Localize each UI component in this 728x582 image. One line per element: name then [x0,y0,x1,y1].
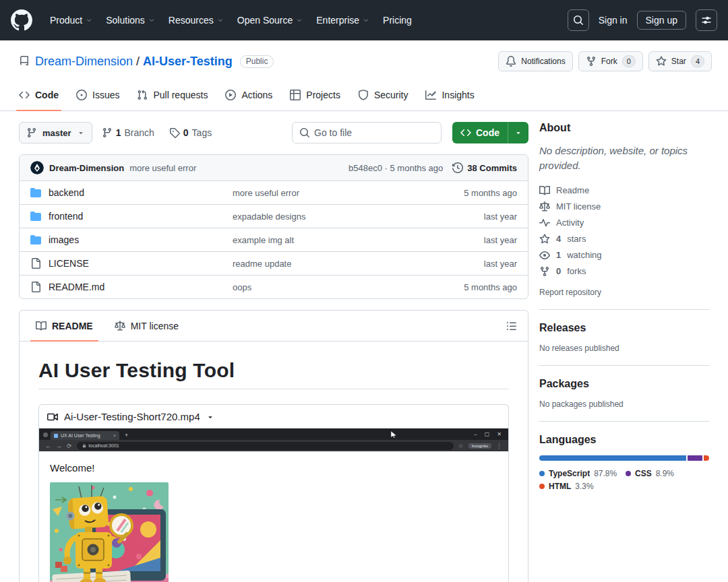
language-segment-typescript[interactable] [539,455,686,461]
search-icon[interactable] [568,9,589,31]
branch-word: Branch [124,127,154,138]
file-name[interactable]: LICENSE [49,258,89,269]
nav-label: Product [50,15,82,26]
video-attachment-header[interactable]: Ai-User-Testing-Short720.mp4 [39,405,508,428]
sign-in-link[interactable]: Sign in [599,15,628,26]
tab-actions[interactable]: Actions [218,79,279,110]
folder-icon [30,211,41,222]
file-name[interactable]: README.md [49,282,104,292]
fork-icon [586,56,597,67]
activity-link[interactable]: Activity [539,215,709,231]
report-repository-link[interactable]: Report repository [539,288,709,297]
code-dropdown-button[interactable]: Code [452,122,528,143]
sign-up-button[interactable]: Sign up [637,11,686,30]
branches-link[interactable]: 1 Branch [96,127,160,138]
languages-title: Languages [539,434,709,446]
commit-author[interactable]: Dream-Dimension [49,163,124,173]
readme-link[interactable]: Readme [539,183,709,199]
forks-link[interactable]: 0 forks [539,263,709,280]
commit-message[interactable]: more useful error [129,163,196,173]
file-commit-message[interactable]: more useful error [233,188,416,198]
license-link[interactable]: MIT license [539,199,709,215]
file-icon [30,282,41,292]
tag-icon [169,127,180,138]
stars-link[interactable]: 4 stars [539,231,709,247]
folder-icon [30,234,41,245]
language-item-typescript[interactable]: TypeScript 87.8% [539,469,626,478]
tab-insights[interactable]: Insights [419,79,481,110]
notifications-button[interactable]: Notifications [498,51,572,71]
file-commit-time: 5 months ago [416,188,517,198]
about-link-label: MIT license [556,201,601,212]
chevron-down-icon[interactable] [508,122,528,143]
tab-pull-requests[interactable]: Pull requests [130,79,214,110]
star-icon [539,234,550,245]
video-poster[interactable]: UX AI User Testing × + – ▢ ✕ [39,428,508,582]
fork-button[interactable]: Fork 0 [578,51,643,71]
language-name: TypeScript [549,469,590,478]
commit-hash-time[interactable]: b548ec0 · 5 months ago [348,163,443,173]
nav-open-source[interactable]: Open Source [231,9,310,31]
file-name[interactable]: images [49,234,79,245]
star-label: Star [671,57,686,66]
releases-title[interactable]: Releases [539,322,709,334]
releases-empty-text: No releases published [539,344,709,353]
video-attachment: Ai-User-Testing-Short720.mp4 UX AI User … [38,404,509,582]
file-commit-time: last year [416,259,517,269]
tag-count: 0 [183,127,189,138]
about-link-label: Readme [556,185,589,195]
play-icon [225,90,236,100]
close-icon: ✕ [497,431,502,437]
tab-mit-license[interactable]: MIT license [104,311,189,341]
about-link-label: forks [567,266,586,276]
file-name[interactable]: frontend [49,211,83,222]
star-button[interactable]: Star 4 [648,51,712,71]
languages-section: Languages TypeScript 87.8% CSS 8.9% [539,434,709,503]
tab-label: Projects [306,90,340,100]
tab-code[interactable]: Code [12,79,65,110]
repo-name-link[interactable]: AI-User-Testing [143,55,233,69]
tab-projects[interactable]: Projects [283,79,347,110]
branch-selector[interactable]: master [19,122,92,143]
language-item-html[interactable]: HTML 3.3% [539,482,626,491]
issue-icon [76,90,87,100]
tags-link[interactable]: 0 Tags [164,127,217,138]
tab-readme[interactable]: README [25,311,104,341]
packages-title[interactable]: Packages [539,378,709,390]
file-commit-message[interactable]: oops [233,282,416,292]
nav-product[interactable]: Product [43,9,99,31]
nav-pricing[interactable]: Pricing [376,9,419,31]
url-bar: localhost:3001 [77,442,454,450]
file-commit-message[interactable]: readme update [233,259,416,269]
file-commit-time: last year [416,235,517,245]
tab-issues[interactable]: Issues [69,79,126,110]
about-title: About [539,122,709,134]
file-name[interactable]: backend [49,187,84,198]
nav-enterprise[interactable]: Enterprise [309,9,376,31]
table-row[interactable]: images example img alt last year [20,228,528,251]
chevron-down-icon [206,413,214,421]
table-row[interactable]: README.md oops 5 months ago [20,275,528,298]
commit-history-link[interactable]: 38 Commits [452,162,517,173]
nav-resources[interactable]: Resources [162,9,231,31]
language-item-css[interactable]: CSS 8.9% [626,469,709,478]
file-commit-message[interactable]: example img alt [233,235,416,245]
favicon [54,434,58,438]
github-logo-icon[interactable] [11,9,32,31]
go-to-file-input[interactable] [314,127,434,138]
watching-link[interactable]: 1 watching [539,247,709,263]
table-row[interactable]: LICENSE readme update last year [20,251,528,275]
table-row[interactable]: backend more useful error 5 months ago [20,181,528,204]
avatar[interactable] [30,161,44,174]
file-commit-message[interactable]: expadable designs [233,212,416,222]
file-commit-time: last year [416,212,517,222]
outline-icon[interactable] [501,317,522,335]
repo-owner-link[interactable]: Dream-Dimension [35,55,133,69]
appearance-settings-icon[interactable] [696,9,717,31]
table-row[interactable]: frontend expadable designs last year [20,204,528,228]
language-segment-css[interactable] [688,455,702,461]
branch-icon [102,127,113,138]
nav-solutions[interactable]: Solutions [99,9,162,31]
tab-security[interactable]: Security [351,79,415,110]
language-segment-html[interactable] [704,455,709,461]
